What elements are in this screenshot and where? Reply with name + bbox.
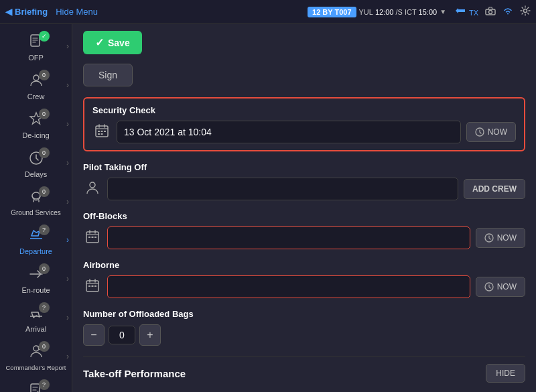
dest-code: ICT bbox=[405, 8, 417, 16]
airborne-now-button[interactable]: NOW bbox=[476, 277, 525, 297]
sidebar-item-ground-services[interactable]: 0 Ground Services › bbox=[0, 182, 72, 220]
arrival-chevron-icon: › bbox=[66, 313, 69, 322]
bags-value: 0 bbox=[109, 326, 135, 344]
enroute-chevron-icon: › bbox=[66, 274, 69, 283]
pilot-taking-off-section: Pilot Taking Off ADD CREW bbox=[83, 162, 525, 200]
calendar-icon bbox=[92, 123, 111, 141]
tx-icon: TX bbox=[454, 6, 478, 17]
deicing-chevron-icon: › bbox=[66, 119, 69, 129]
svg-point-2 bbox=[524, 9, 527, 12]
delays-chevron-icon: › bbox=[66, 158, 69, 168]
bags-increment-button[interactable]: + bbox=[139, 324, 161, 346]
crew-label: Crew bbox=[27, 92, 45, 101]
airborne-clock-icon bbox=[484, 282, 494, 291]
sidebar-item-commanders-report[interactable]: 0 Commander's Report › bbox=[0, 337, 72, 375]
takeoff-performance-title: Take-off Performance bbox=[83, 368, 186, 379]
main-layout: ✓ OFP › 0 Crew › 0 bbox=[0, 24, 536, 392]
sidebar-item-arrival[interactable]: ? Arrival › bbox=[0, 298, 72, 337]
svg-rect-14 bbox=[104, 131, 106, 132]
hide-menu-button[interactable]: Hide Menu bbox=[56, 7, 98, 17]
flight-info: 12 BY T007 YUL 12:00 /S ICT 15:00 ▼ TX bbox=[308, 5, 531, 19]
bags-stepper-row: − 0 + bbox=[83, 324, 525, 346]
sign-button[interactable]: Sign bbox=[83, 64, 133, 86]
commanders-report-label: Commander's Report bbox=[6, 364, 66, 371]
sidebar-item-departure[interactable]: ? Departure › bbox=[0, 220, 72, 259]
svg-point-4 bbox=[34, 75, 39, 80]
enroute-label: En-route bbox=[21, 286, 50, 294]
security-check-row: NOW bbox=[92, 121, 516, 143]
camera-icon[interactable] bbox=[485, 7, 496, 17]
svg-rect-22 bbox=[94, 237, 96, 238]
off-blocks-section: Off-Blocks bbox=[83, 211, 525, 249]
save-check-icon: ✓ bbox=[95, 36, 104, 49]
ofp-chevron-icon: › bbox=[66, 42, 69, 51]
plus-icon: + bbox=[147, 329, 153, 341]
svg-point-1 bbox=[489, 10, 492, 13]
segment-dropdown-icon[interactable]: ▼ bbox=[440, 8, 446, 15]
sidebar-item-deicing[interactable]: 0 De-icing › bbox=[0, 105, 72, 143]
off-blocks-clock-icon bbox=[484, 233, 494, 243]
back-arrow-icon: ◀ bbox=[5, 7, 12, 17]
origin-code: YUL bbox=[359, 8, 373, 16]
sidebar-item-ofp[interactable]: ✓ OFP › bbox=[0, 27, 72, 66]
pilot-taking-off-input[interactable] bbox=[107, 178, 458, 200]
sidebar-item-signoff[interactable]: ? Sign-Off › bbox=[0, 375, 72, 392]
svg-rect-13 bbox=[101, 131, 103, 132]
sidebar-item-enroute[interactable]: 0 En-route › bbox=[0, 259, 72, 298]
departure-chevron-icon: › bbox=[66, 235, 69, 245]
offloaded-bags-section: Number of Offloaded Bags − 0 + bbox=[83, 309, 525, 346]
crew-chevron-icon: › bbox=[66, 80, 69, 90]
off-blocks-input[interactable] bbox=[107, 226, 470, 249]
flight-badge: 12 BY T007 bbox=[308, 7, 356, 17]
ground-services-chevron-icon: › bbox=[66, 197, 69, 206]
save-button[interactable]: ✓ Save bbox=[83, 31, 142, 54]
delays-label: Delays bbox=[25, 170, 48, 178]
arrival-badge: ? bbox=[39, 302, 50, 313]
deicing-badge: 0 bbox=[39, 109, 50, 119]
departure-label: Departure bbox=[19, 247, 52, 255]
pilot-taking-off-title: Pilot Taking Off bbox=[83, 162, 525, 172]
airborne-input[interactable] bbox=[107, 275, 470, 298]
off-blocks-now-button[interactable]: NOW bbox=[476, 228, 525, 248]
offloaded-bags-title: Number of Offloaded Bags bbox=[83, 309, 525, 319]
ground-services-badge: 0 bbox=[39, 186, 50, 197]
wifi-icon bbox=[503, 6, 513, 18]
departure-badge: ? bbox=[39, 224, 50, 235]
commanders-report-chevron-icon: › bbox=[66, 352, 69, 361]
airborne-section: Airborne bbox=[83, 260, 525, 298]
briefing-label: Briefing bbox=[15, 7, 48, 17]
svg-rect-10 bbox=[31, 384, 40, 392]
svg-rect-21 bbox=[92, 237, 94, 238]
security-check-now-button[interactable]: NOW bbox=[466, 122, 516, 142]
sidebar-item-delays[interactable]: 0 Delays › bbox=[0, 143, 72, 182]
minus-icon: − bbox=[90, 329, 96, 341]
top-bar: ◀ Briefing Hide Menu 12 BY T007 YUL 12:0… bbox=[0, 0, 536, 24]
delays-badge: 0 bbox=[39, 147, 50, 158]
svg-rect-12 bbox=[98, 131, 100, 132]
enroute-badge: 0 bbox=[39, 263, 50, 274]
off-blocks-calendar-icon bbox=[83, 229, 102, 247]
content-area: ✓ Save Sign Security Check bbox=[72, 24, 536, 392]
bags-decrement-button[interactable]: − bbox=[83, 324, 105, 346]
sidebar-item-crew[interactable]: 0 Crew › bbox=[0, 66, 72, 105]
pilot-taking-off-row: ADD CREW bbox=[83, 178, 525, 200]
svg-rect-26 bbox=[92, 285, 94, 287]
security-check-datetime-input[interactable] bbox=[117, 121, 461, 143]
briefing-nav[interactable]: ◀ Briefing bbox=[5, 7, 48, 17]
arr-time: 15:00 bbox=[419, 8, 438, 16]
flight-segment: YUL 12:00 /S ICT 15:00 bbox=[359, 8, 438, 16]
ofp-badge: ✓ bbox=[39, 31, 50, 42]
off-blocks-row: NOW bbox=[83, 226, 525, 249]
settings-icon[interactable] bbox=[520, 5, 531, 19]
add-crew-button[interactable]: ADD CREW bbox=[464, 179, 525, 199]
svg-rect-27 bbox=[94, 285, 96, 287]
off-blocks-title: Off-Blocks bbox=[83, 211, 525, 221]
ground-services-label: Ground Services bbox=[11, 209, 60, 216]
airborne-row: NOW bbox=[83, 275, 525, 298]
security-check-title: Security Check bbox=[92, 105, 516, 115]
hide-button[interactable]: HIDE bbox=[486, 364, 525, 383]
takeoff-performance-bar: Take-off Performance HIDE bbox=[83, 356, 525, 383]
dep-time: 12:00 bbox=[375, 8, 394, 16]
top-icons: TX bbox=[454, 5, 531, 19]
arrival-label: Arrival bbox=[25, 325, 46, 333]
